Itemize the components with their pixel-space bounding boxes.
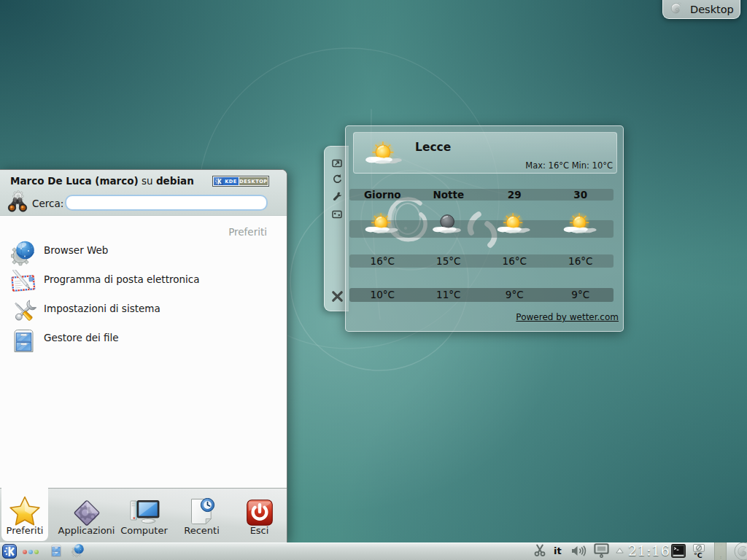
- sun-cloud-icon: [362, 211, 403, 242]
- applications-diamond-icon: [71, 498, 101, 528]
- search-label: Cerca:: [32, 198, 63, 209]
- kickoff-user-name: Marco De Luca (marco): [10, 175, 139, 187]
- taskbar-cabinet-icon[interactable]: [50, 544, 63, 558]
- panel-cashew-icon[interactable]: [733, 542, 747, 560]
- panel-applet-strip: ·· ··· :: [714, 542, 727, 560]
- star-icon: [8, 495, 42, 528]
- debian-swirl-icon: [668, 1, 684, 17]
- tray-dot-blue[interactable]: [28, 550, 33, 554]
- kickoff-user-line: Marco De Luca (marco) su debian: [10, 175, 194, 187]
- rotate-icon[interactable]: [332, 174, 342, 184]
- tab-esci[interactable]: Esci: [231, 489, 288, 544]
- weather-col-label: Giorno: [349, 189, 416, 201]
- weather-night-temp: 9°C: [481, 288, 548, 302]
- weather-day-temp: 16°C: [481, 254, 548, 268]
- file-manager-icon: [11, 328, 37, 354]
- sun-cloud-icon: [560, 211, 601, 242]
- kickoff-launcher: Marco De Luca (marco) su debian KDE DESK…: [0, 169, 287, 542]
- kde-logo-mini-icon: [214, 177, 223, 185]
- sun-cloud-icon: [362, 140, 407, 174]
- system-settings-icon: [11, 299, 37, 325]
- desktop-badge-text: DESKTOP: [239, 177, 268, 185]
- recent-documents-icon: [188, 498, 216, 527]
- weather-widget: Lecce Max: 16°C Min: 10°C Giorno Notte 2…: [345, 125, 624, 332]
- maximize-icon[interactable]: [332, 209, 342, 219]
- tray-dot-red[interactable]: [23, 550, 27, 554]
- weather-columns-row: Giorno Notte 29 30: [349, 189, 614, 201]
- kde-badge-text: KDE: [223, 177, 239, 185]
- applet-strip-dots: :: [720, 554, 721, 559]
- tray-dot-green[interactable]: [34, 550, 39, 554]
- tray-expand-arrow-icon[interactable]: [616, 548, 624, 553]
- kickoff-tabbar: Preferiti Applicazioni Computer Recenti …: [0, 488, 287, 543]
- weather-col-label: 30: [548, 189, 614, 201]
- no-data-weather-icon: [694, 545, 703, 551]
- tab-preferiti[interactable]: Preferiti: [1, 482, 48, 541]
- mail-icon: [11, 270, 37, 296]
- keyboard-layout-indicator[interactable]: it: [554, 545, 562, 556]
- weather-night-temp: 10°C: [349, 288, 416, 302]
- weather-credit-link[interactable]: Powered by wetter.com: [516, 312, 619, 322]
- weather-day-temp: 16°C: [349, 254, 416, 268]
- close-icon[interactable]: [330, 289, 344, 303]
- konqueror-icon: [11, 241, 37, 267]
- weather-night-temp: 9°C: [548, 288, 614, 302]
- network-monitor-icon[interactable]: [592, 543, 611, 558]
- kickoff-user-connector: su: [142, 175, 153, 187]
- taskbar-konqueror-icon[interactable]: [71, 544, 85, 558]
- weather-day-temp: 16°C: [548, 254, 614, 268]
- weather-header: Lecce Max: 16°C Min: 10°C: [353, 132, 617, 174]
- menu-item-browser-web[interactable]: Browser Web: [0, 240, 287, 269]
- terminal-icon[interactable]: [671, 544, 686, 558]
- weather-night-temp: 11°C: [416, 288, 482, 302]
- weather-city: Lecce: [415, 141, 451, 154]
- tab-applicazioni[interactable]: Applicazioni: [58, 489, 115, 544]
- moon-cloud-icon: [428, 211, 469, 242]
- sun-cloud-icon: [494, 211, 535, 242]
- weather-night-temps-row: 10°C 11°C 9°C 9°C: [349, 288, 614, 302]
- search-input[interactable]: [65, 195, 268, 211]
- weather-tray-unit: °C: [694, 551, 703, 559]
- kickoff-header: Marco De Luca (marco) su debian KDE DESK…: [0, 170, 287, 216]
- weather-col-label: Notte: [416, 189, 482, 201]
- klipper-scissors-icon[interactable]: [533, 544, 546, 556]
- favorites-section-label: Preferiti: [228, 226, 267, 238]
- volume-icon[interactable]: [571, 545, 589, 556]
- desktop-folder-widget[interactable]: Desktop: [662, 0, 740, 19]
- kickoff-content: Preferiti Browser Web Programma di posta…: [0, 217, 287, 488]
- weather-day-temp: 15°C: [416, 254, 482, 268]
- computer-icon: [128, 498, 160, 527]
- applet-strip-text: ·· ···: [716, 543, 723, 546]
- resize-icon[interactable]: [332, 158, 342, 168]
- weather-day-temps-row: 16°C 15°C 16°C 16°C: [349, 254, 614, 268]
- shutdown-icon: [245, 498, 274, 527]
- panel-clock[interactable]: 21:16: [628, 542, 670, 559]
- tab-recenti[interactable]: Recenti: [173, 489, 231, 544]
- menu-item-system-settings[interactable]: Impostazioni di sistema: [0, 298, 287, 327]
- desktop-background: Desktop Lecce Max: 16°C Min: 10°C: [0, 0, 747, 560]
- weather-icons-row: [349, 220, 614, 238]
- kde-desktop-badge: KDE DESKTOP: [212, 176, 269, 187]
- search-binoculars-icon: [7, 190, 28, 214]
- menu-item-mail[interactable]: Programma di posta elettronica: [0, 269, 287, 298]
- weather-col-label: 29: [481, 189, 548, 201]
- kde-logo-icon: [214, 177, 222, 185]
- menu-item-file-manager[interactable]: Gestore dei file: [0, 327, 287, 357]
- weather-minmax: Max: 16°C Min: 10°C: [525, 160, 613, 171]
- desktop-widget-title: Desktop: [690, 4, 734, 15]
- kde-logo-icon: [3, 545, 16, 558]
- kde-menu-button[interactable]: [2, 544, 17, 559]
- kickoff-host: debian: [156, 175, 194, 187]
- tab-computer[interactable]: Computer: [115, 489, 173, 544]
- configure-icon[interactable]: [332, 191, 342, 201]
